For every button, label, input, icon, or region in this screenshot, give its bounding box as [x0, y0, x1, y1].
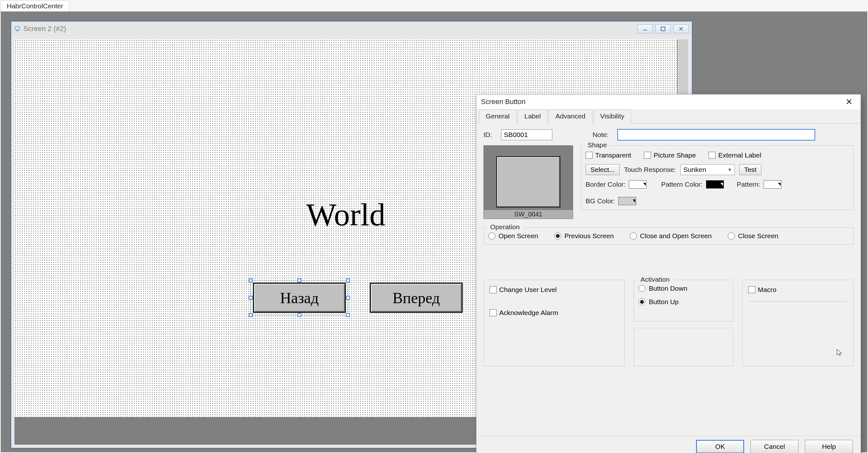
tab-label[interactable]: Label — [518, 109, 548, 124]
radio-label: Previous Screen — [564, 232, 614, 240]
tab-advanced[interactable]: Advanced — [549, 109, 592, 124]
operation-close-screen[interactable]: Close Screen — [728, 232, 778, 240]
svg-rect-1 — [16, 30, 18, 31]
selection-handle[interactable] — [249, 279, 253, 282]
dialog-close-button[interactable]: ✕ — [842, 96, 856, 107]
external-label-checkbox[interactable]: External Label — [709, 152, 761, 159]
app-tabstrip: HabrControlCenter — [0, 0, 868, 11]
macro-panel: Macro — [742, 280, 854, 366]
checkbox-icon — [748, 286, 755, 293]
pattern-swatch[interactable] — [764, 180, 781, 189]
dropdown-icon — [633, 199, 635, 203]
selection-handle[interactable] — [298, 313, 301, 317]
dialog-title: Screen Button — [481, 98, 842, 106]
operation-close-and-open-screen[interactable]: Close and Open Screen — [630, 232, 712, 240]
radio-icon — [630, 232, 637, 239]
radio-icon — [728, 232, 735, 239]
id-field[interactable] — [501, 129, 552, 140]
acknowledge-alarm-checkbox[interactable]: Acknowledge Alarm — [490, 309, 619, 317]
shape-legend: Shape — [585, 141, 610, 149]
shape-preview-thumb — [496, 156, 560, 207]
bg-color-label: BG Color: — [586, 197, 615, 205]
shape-select-button[interactable]: Select... — [586, 164, 620, 175]
touch-response-combo[interactable]: Sunken ▼ — [680, 164, 735, 175]
activation-button-down[interactable]: Button Down — [639, 285, 728, 292]
radio-label: Close Screen — [738, 232, 778, 240]
id-label: ID: — [484, 131, 492, 139]
touch-response-label: Touch Response: — [624, 166, 676, 173]
dropdown-icon — [643, 183, 646, 186]
transparent-checkbox[interactable]: Transparent — [586, 152, 631, 159]
dialog-titlebar[interactable]: Screen Button ✕ — [476, 94, 861, 109]
screen-button-back[interactable]: Назад — [253, 283, 346, 313]
pattern-color-swatch[interactable] — [706, 180, 724, 189]
selection-handle[interactable] — [346, 296, 350, 300]
selection-handle[interactable] — [346, 279, 350, 282]
checkbox-icon — [490, 286, 497, 293]
radio-icon — [639, 285, 646, 292]
operation-legend: Operation — [488, 223, 522, 231]
close-icon: ✕ — [845, 97, 852, 107]
divider — [748, 301, 847, 301]
checkbox-icon — [644, 152, 651, 159]
shape-preview-caption: SW_0041 — [484, 210, 573, 219]
picture-shape-checkbox[interactable]: Picture Shape — [644, 152, 696, 159]
checkbox-icon — [586, 152, 593, 159]
pattern-color-label: Pattern Color: — [661, 181, 703, 188]
border-color-label: Border Color: — [586, 181, 626, 188]
operation-open-screen[interactable]: Open Screen — [488, 232, 538, 240]
cursor-icon — [836, 349, 844, 356]
selection-handle[interactable] — [346, 313, 350, 317]
dialog-tabs: General Label Advanced Visibility — [476, 109, 861, 124]
selection-handle[interactable] — [249, 313, 253, 317]
app-tab-main[interactable]: HabrControlCenter — [1, 1, 69, 11]
note-field[interactable] — [618, 129, 815, 140]
svg-rect-3 — [661, 27, 665, 31]
screen-icon — [14, 26, 21, 32]
screen-button-dialog: Screen Button ✕ General Label Advanced V… — [476, 94, 861, 453]
radio-label: Close and Open Screen — [640, 232, 712, 240]
operation-previous-screen[interactable]: Previous Screen — [554, 232, 614, 240]
tab-general[interactable]: General — [479, 109, 517, 124]
cancel-button[interactable]: Cancel — [750, 440, 799, 453]
touch-test-button[interactable]: Test — [739, 164, 762, 175]
transparent-label: Transparent — [595, 152, 631, 159]
checkbox-icon — [490, 309, 497, 316]
border-color-swatch[interactable] — [629, 180, 647, 189]
svg-rect-2 — [643, 30, 647, 30]
radio-label: Button Up — [649, 298, 678, 306]
dropdown-icon — [778, 183, 781, 186]
checkbox-label: Acknowledge Alarm — [499, 309, 558, 317]
touch-response-value: Sunken — [683, 166, 706, 173]
radio-icon — [488, 232, 495, 239]
maximize-button[interactable] — [655, 24, 671, 33]
shape-preview[interactable]: SW_0041 — [484, 145, 573, 219]
selection-handle[interactable] — [298, 279, 301, 282]
close-button[interactable] — [673, 24, 689, 33]
ok-button[interactable]: OK — [696, 440, 744, 453]
radio-icon — [639, 298, 646, 305]
help-button[interactable]: Help — [805, 440, 853, 453]
options-panel: Change User Level Acknowledge Alarm — [484, 280, 625, 366]
radio-label: Button Down — [649, 285, 687, 292]
child-window-titlebar[interactable]: Screen 2 (#2) — [11, 22, 692, 36]
tab-visibility[interactable]: Visibility — [594, 109, 631, 124]
pattern-label: Pattern: — [737, 181, 761, 188]
radio-icon — [554, 232, 561, 239]
activation-extra-panel — [633, 328, 733, 366]
svg-rect-0 — [15, 27, 20, 30]
checkbox-label: Macro — [758, 286, 776, 294]
radio-label: Open Screen — [498, 232, 538, 240]
bg-color-swatch[interactable] — [618, 197, 636, 205]
note-label: Note: — [593, 131, 609, 139]
macro-checkbox[interactable]: Macro — [748, 286, 847, 294]
child-window-title: Screen 2 (#2) — [23, 25, 635, 33]
dialog-footer: OK Cancel Help — [476, 436, 861, 453]
canvas-static-label[interactable]: World — [306, 196, 385, 233]
change-user-level-checkbox[interactable]: Change User Level — [490, 286, 619, 294]
activation-button-up[interactable]: Button Up — [639, 298, 728, 306]
picture-shape-label: Picture Shape — [653, 152, 696, 159]
minimize-button[interactable] — [638, 24, 653, 33]
screen-button-forward[interactable]: Вперед — [370, 283, 463, 313]
selection-handle[interactable] — [249, 296, 253, 300]
